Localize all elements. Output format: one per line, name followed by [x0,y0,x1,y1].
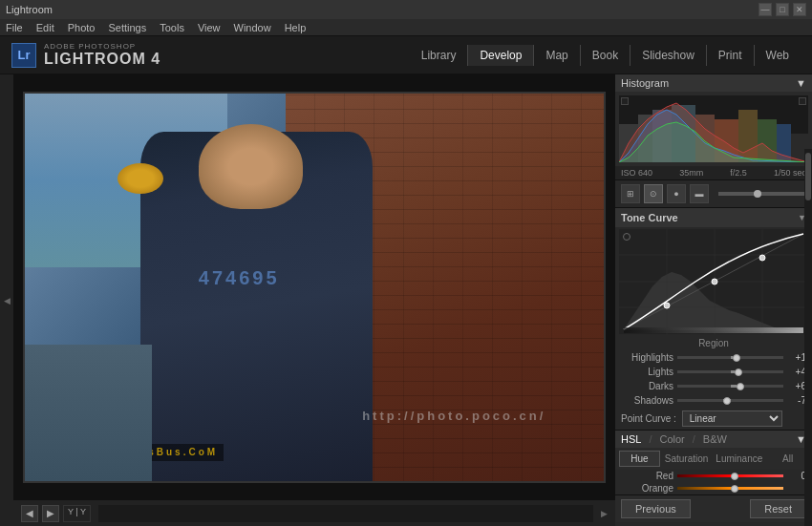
highlights-slider[interactable] [677,356,783,359]
tone-curve-header[interactable]: Tone Curve ▼ [615,208,812,227]
hsl-subtab-all[interactable]: All [767,451,808,467]
histogram-expand-icon[interactable]: ▼ [796,77,806,89]
tool-row: ⊞ ⊙ ● ▬ [615,180,812,208]
shadows-row: Shadows -7 [615,393,812,408]
menu-view[interactable]: View [198,22,221,33]
lights-slider[interactable] [677,370,783,373]
point-curve-select[interactable]: Linear Medium Contrast Strong Contrast [682,410,782,427]
nav-tabs: Library Develop Map Book Slideshow Print… [410,45,801,66]
right-scrollbar-thumb [805,153,811,200]
lr-badge: Lr [11,43,36,68]
histogram-title: Histogram [621,77,669,89]
histogram-svg [619,95,808,162]
clip-highlight-indicator[interactable] [799,97,806,105]
app-name: LIGHTROOM 4 [44,51,160,68]
maximize-button[interactable]: □ [776,3,789,16]
window-controls: — □ ✕ [759,3,806,16]
svg-rect-21 [624,327,803,333]
tab-web[interactable]: Web [755,45,801,66]
hsl-tab-bw[interactable]: B&W [703,433,727,445]
darks-slider[interactable] [677,385,783,388]
logo-area: Lr ADOBE PHOTOSHOP LIGHTROOM 4 [11,42,160,68]
previous-button[interactable]: Previous [621,499,691,518]
hsl-header: HSL / Color / B&W ▼ [615,431,812,448]
tab-develop[interactable]: Develop [468,45,534,66]
darks-label: Darks [621,381,673,391]
tab-print[interactable]: Print [707,45,755,66]
left-panel-toggle[interactable]: ◀ [2,296,11,305]
tone-curve-section: Tone Curve ▼ [615,208,812,431]
menu-settings[interactable]: Settings [108,22,146,33]
region-label: Region [615,336,812,350]
tab-slideshow[interactable]: Slideshow [630,45,707,66]
header: Lr ADOBE PHOTOSHOP LIGHTROOM 4 Library D… [0,36,812,74]
red-hue-value: 0 [787,471,806,481]
hsl-subtab-hue[interactable]: Hue [619,451,660,467]
red-hue-label: Red [621,471,673,481]
grid-tool-icon[interactable]: ⊞ [621,184,640,203]
curve-point-indicator [623,233,630,241]
menu-photo[interactable]: Photo [68,22,96,33]
menu-help[interactable]: Help [285,22,307,33]
dot-tool-icon[interactable]: ● [667,184,686,203]
scroll-right[interactable]: ▶ [601,509,608,518]
lights-value: +4 [787,367,806,377]
orange-hue-slider[interactable] [677,487,783,490]
menu-tools[interactable]: Tools [160,22,184,33]
line-tool-icon[interactable]: ▬ [690,184,709,203]
hsl-tab-hsl[interactable]: HSL [621,433,641,445]
right-scrollbar[interactable] [804,149,812,526]
watermark-1: 474695 [199,267,280,289]
focal-value: 35mm [679,168,703,178]
menu-file[interactable]: File [6,22,23,33]
lights-label: Lights [621,367,673,377]
orange-hue-label: Orange [621,483,673,494]
circle-tool-icon[interactable]: ⊙ [644,184,663,203]
prev-photo-button[interactable]: ◀ [21,505,38,522]
shutter-value: 1/50 sec [774,168,806,178]
nav-arrows: ◀ ▶ Y | Y [21,505,91,522]
menu-edit[interactable]: Edit [36,22,54,33]
hsl-subtab-luminance[interactable]: Luminance [713,451,765,467]
point-curve-row: Point Curve : Linear Medium Contrast Str… [615,408,812,430]
highlights-thumb [733,354,740,362]
tab-library[interactable]: Library [410,45,469,66]
red-hue-slider[interactable] [677,474,783,477]
footer-nav: Previous Reset [615,494,812,522]
app-title: Lightroom [6,4,53,15]
right-panel: Histogram ▼ [615,74,812,526]
hsl-subtab-saturation[interactable]: Saturation [662,451,712,467]
menu-window[interactable]: Window [234,22,271,33]
shadows-slider[interactable] [677,399,783,402]
tone-curve-canvas [619,229,808,334]
clip-shadow-indicator[interactable] [621,97,629,105]
main-layout: ◀ 474695 [0,74,812,526]
next-photo-button[interactable]: ▶ [42,505,59,522]
face-area [199,124,303,209]
histogram-section: Histogram ▼ [615,74,812,180]
tone-curve-svg[interactable] [619,229,808,334]
zoom-level[interactable]: Y | Y [63,505,91,522]
shadows-value: -7 [787,395,806,406]
svg-point-18 [664,303,670,308]
photo-container: 474695 http://photo.poco.cn/ 实用摄影技巧 FsBu… [13,74,615,499]
logo-text: ADOBE PHOTOSHOP LIGHTROOM 4 [44,42,160,68]
exposure-slider-thumb [754,190,761,198]
reset-button[interactable]: Reset [750,499,806,518]
lights-row: Lights +4 [615,365,812,379]
darks-row: Darks +6 [615,379,812,393]
close-button[interactable]: ✕ [793,3,806,16]
red-hue-thumb [731,473,738,480]
hsl-tab-color[interactable]: Color [659,433,684,445]
adobe-label: ADOBE PHOTOSHOP [44,42,160,51]
tab-book[interactable]: Book [581,45,630,66]
watermark-2: http://photo.poco.cn/ [362,409,545,423]
exposure-slider[interactable] [718,192,806,196]
main-wrapper: ◀ 474695 [0,74,812,526]
tab-map[interactable]: Map [534,45,580,66]
minimize-button[interactable]: — [759,3,772,16]
darks-fill [731,385,737,388]
histogram-header: Histogram ▼ [615,74,812,92]
darks-value: +6 [787,381,806,391]
lights-thumb [735,368,742,376]
